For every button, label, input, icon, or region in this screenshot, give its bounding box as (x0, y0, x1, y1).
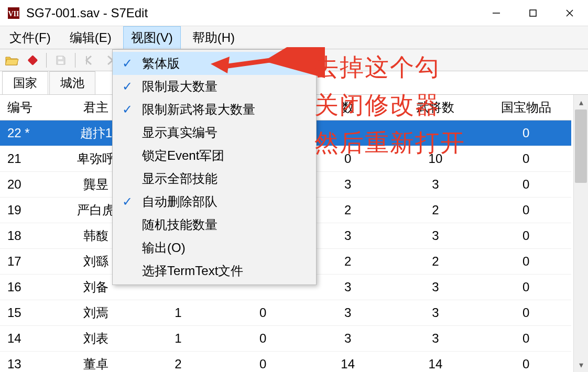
menu-file[interactable]: 文件(F) (2, 26, 58, 49)
cell-c5: 3 (306, 275, 390, 300)
cell-c7: 0 (481, 275, 571, 300)
cell-c6: 3 (390, 172, 481, 198)
close-button[interactable] (551, 0, 588, 26)
cell-c4: 0 (221, 352, 306, 373)
view-menu-dropdown: ✓繁体版✓限制最大数量✓限制新武将最大数量显示真实编号锁定Event军团显示全部… (112, 49, 317, 285)
menubar: 文件(F) 编辑(E) 视图(V) 帮助(H) (0, 26, 588, 49)
menu-item[interactable]: 显示全部技能 (113, 167, 316, 190)
window-title: SG7-001.sav - S7Edit (26, 6, 478, 20)
cell-c5: 3 (306, 172, 390, 198)
erase-button[interactable] (24, 52, 40, 68)
col-7[interactable]: 国宝物品 (481, 95, 571, 121)
annotation-line-3: 然后重新打开 (314, 127, 465, 159)
cell-id: 20 (0, 172, 57, 198)
cell-c3: 1 (136, 300, 221, 326)
cell-id: 21 (0, 146, 57, 172)
annotation-line-1: 去掉这个勾 (314, 51, 440, 84)
back-button[interactable] (82, 52, 97, 68)
cell-c3: 2 (136, 352, 221, 373)
table-row[interactable]: 15刘焉10330 (0, 300, 571, 326)
cell-c6: 3 (390, 223, 481, 249)
titlebar: VII SG7-001.sav - S7Edit (0, 0, 588, 26)
menu-help[interactable]: 帮助(H) (185, 26, 242, 49)
menu-item[interactable]: 锁定Event军团 (113, 144, 316, 167)
cell-c7: 0 (481, 172, 571, 198)
cell-c7: 0 (481, 146, 571, 172)
annotation-arrow (210, 47, 325, 79)
cell-id: 15 (0, 300, 57, 326)
vertical-scrollbar[interactable]: ▴ ▾ (573, 95, 588, 372)
cell-c5: 2 (306, 198, 390, 223)
window-controls (478, 0, 588, 26)
menu-item-label: 显示真实编号 (142, 124, 308, 141)
toolbar-separator (46, 53, 47, 68)
minimize-button[interactable] (478, 0, 515, 26)
cell-id: 19 (0, 198, 57, 223)
cell-c7: 0 (481, 198, 571, 223)
open-button[interactable] (4, 52, 20, 68)
cell-c5: 3 (306, 223, 390, 249)
table-row[interactable]: 14刘表10330 (0, 326, 571, 352)
menu-item[interactable]: 输出(O) (113, 236, 316, 259)
svg-line-11 (220, 53, 320, 67)
col-id[interactable]: 编号 (0, 95, 57, 121)
menu-item[interactable]: ✓限制新武将最大数量 (113, 98, 316, 121)
scroll-thumb[interactable] (575, 110, 587, 183)
cell-c5: 3 (306, 300, 390, 326)
menu-item-label: 选择TermText文件 (142, 262, 308, 279)
menu-item-label: 显示全部技能 (142, 170, 308, 187)
cell-c6: 2 (390, 198, 481, 223)
svg-rect-8 (58, 61, 63, 64)
menu-item-label: 锁定Event军团 (142, 147, 308, 164)
cell-id: 16 (0, 275, 57, 300)
cell-c5: 3 (306, 326, 390, 352)
cell-c6: 2 (390, 249, 481, 275)
menu-item-label: 限制最大数量 (142, 78, 308, 95)
cell-c4: 0 (221, 326, 306, 352)
cell-id: 22 * (0, 121, 57, 146)
cell-id: 18 (0, 223, 57, 249)
tab-city[interactable]: 城池 (49, 71, 95, 94)
svg-rect-6 (28, 55, 38, 65)
cell-id: 14 (0, 326, 57, 352)
cell-c6: 3 (390, 300, 481, 326)
menu-item[interactable]: 显示真实编号 (113, 121, 316, 144)
scroll-up-icon[interactable]: ▴ (574, 95, 588, 110)
check-icon: ✓ (113, 102, 142, 117)
scroll-down-icon[interactable]: ▾ (574, 357, 588, 372)
check-icon: ✓ (113, 56, 142, 71)
annotation-line-2: 关闭修改器 (314, 89, 440, 122)
menu-item[interactable]: ✓自动删除部队 (113, 190, 316, 213)
scroll-track[interactable] (574, 110, 588, 357)
check-icon: ✓ (113, 79, 142, 94)
cell-c7: 0 (481, 300, 571, 326)
check-icon: ✓ (113, 194, 142, 209)
menu-item-label: 输出(O) (142, 239, 308, 256)
menu-item-label: 限制新武将最大数量 (142, 101, 308, 118)
cell-c6: 14 (390, 352, 481, 373)
svg-rect-3 (530, 10, 536, 16)
tab-country[interactable]: 国家 (2, 71, 48, 94)
toolbar-separator (75, 53, 75, 68)
cell-id: 13 (0, 352, 57, 373)
table-row[interactable]: 13董卓2014140 (0, 352, 571, 373)
save-button[interactable] (53, 52, 69, 68)
cell-c7: 0 (481, 249, 571, 275)
cell-lord: 刘焉 (57, 300, 136, 326)
cell-c5: 14 (306, 352, 390, 373)
svg-text:VII: VII (8, 10, 19, 18)
cell-c6: 3 (390, 326, 481, 352)
maximize-button[interactable] (515, 0, 551, 26)
svg-rect-7 (58, 57, 62, 59)
menu-view[interactable]: 视图(V) (123, 26, 181, 49)
cell-id: 17 (0, 249, 57, 275)
cell-c5: 2 (306, 249, 390, 275)
menu-item[interactable]: 选择TermText文件 (113, 259, 316, 282)
cell-c6: 3 (390, 275, 481, 300)
menu-item[interactable]: 随机技能数量 (113, 213, 316, 236)
menu-edit[interactable]: 编辑(E) (62, 26, 119, 49)
app-icon: VII (6, 6, 21, 20)
cell-c3: 1 (136, 326, 221, 352)
cell-c4: 0 (221, 300, 306, 326)
cell-lord: 董卓 (57, 352, 136, 373)
